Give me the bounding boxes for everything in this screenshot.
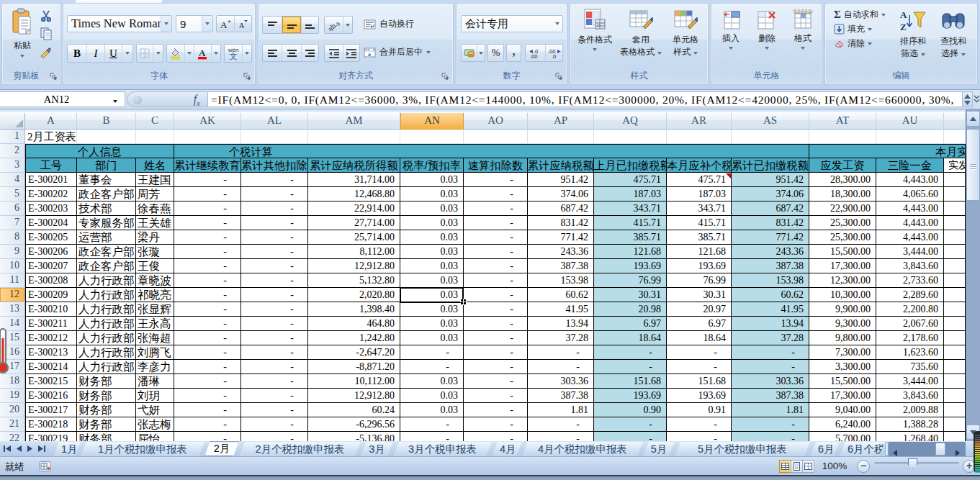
formula-input[interactable]: =IF(AM12<=0, 0, IF(AM12<=36000, 3%, IF(A… (208, 91, 962, 107)
cell-B19[interactable]: 财务部 (77, 389, 136, 403)
paste-button[interactable]: 粘贴 (6, 8, 38, 58)
cell-AP6[interactable]: 687.42 (528, 201, 594, 216)
cell-AK7[interactable]: - (174, 216, 241, 230)
band-tax-calc[interactable]: 个税计算 (174, 144, 809, 158)
cell-AK11[interactable]: - (174, 273, 241, 288)
cell-AN21[interactable]: - (400, 417, 464, 432)
cell-AP10[interactable]: 387.38 (528, 259, 594, 273)
sheet-tab-2月个税扣缴申报表[interactable]: 2月个税扣缴申报表 (239, 442, 361, 456)
cell-AU13[interactable]: 2,200.80 (876, 302, 944, 317)
cell-AL20[interactable]: - (241, 403, 308, 417)
cell-A8[interactable]: E-300205 (25, 230, 77, 245)
band-personal-info[interactable]: 个人信息 (25, 144, 174, 158)
cell-AP9[interactable]: 243.36 (528, 245, 594, 259)
cell-AM1[interactable] (308, 130, 400, 144)
cell-B12[interactable]: 人力行政部 (77, 288, 136, 302)
cell-AK9[interactable]: - (174, 245, 241, 259)
cell-AR6[interactable]: 343.71 (667, 201, 732, 216)
cell-A19[interactable]: E-300216 (25, 389, 77, 403)
cell-AT20[interactable]: 9,040.00 (809, 403, 876, 417)
header-cell-AP3[interactable]: 累计应纳税额 (528, 158, 594, 173)
header-cell-AT3[interactable]: 应发工资 (809, 158, 876, 173)
number-format-dropdown[interactable] (552, 16, 562, 32)
row-header-7[interactable]: 7 (0, 216, 25, 230)
number-dialog-launcher[interactable] (555, 73, 564, 81)
cell-AR16[interactable]: - (667, 345, 732, 360)
find-select-button[interactable]: 查找和 选择 (935, 8, 972, 60)
next-sheet-button[interactable] (24, 443, 35, 455)
cell-AU7[interactable]: 4,443.00 (876, 216, 944, 230)
cell-AR7[interactable]: 415.71 (667, 216, 732, 230)
clear-button[interactable]: 清除 (834, 37, 872, 50)
header-cell-AO3[interactable]: 速算扣除数 (464, 158, 528, 173)
cell-AU14[interactable]: 2,067.60 (876, 317, 944, 331)
cell-A22[interactable]: E-300219 (25, 432, 77, 441)
cell-AV20[interactable] (944, 403, 966, 417)
cell-AL1[interactable] (241, 130, 308, 144)
cell-A1-title[interactable]: 2月工资表 (25, 130, 169, 144)
cell-AK18[interactable]: - (174, 374, 241, 389)
cell-AP7[interactable]: 831.42 (528, 216, 594, 230)
row-header-5[interactable]: 5 (0, 187, 25, 201)
cell-A13[interactable]: E-300210 (25, 302, 77, 317)
horizontal-scrollbar[interactable] (889, 442, 966, 456)
cell-AN4[interactable]: 0.03 (400, 173, 464, 187)
cell-AQ8[interactable]: 385.71 (594, 230, 667, 245)
cell-AU16[interactable]: 1,623.60 (876, 345, 944, 360)
row-header-12[interactable]: 12 (0, 288, 25, 302)
cell-AP14[interactable]: 13.94 (528, 317, 594, 331)
orientation-button[interactable]: ab (325, 17, 343, 33)
cell-AU19[interactable]: 3,843.60 (876, 389, 944, 403)
cell-AR15[interactable]: 18.64 (667, 331, 732, 345)
cell-AR19[interactable]: 193.69 (667, 389, 732, 403)
header-cell-B3[interactable]: 部门 (77, 158, 136, 173)
cell-AK5[interactable]: - (174, 187, 241, 201)
column-header-AR[interactable]: AR (667, 112, 732, 130)
cell-AT15[interactable]: 9,800.00 (809, 331, 876, 345)
cell-AT18[interactable]: 15,500.00 (809, 374, 876, 389)
header-cell-AV3[interactable]: 实发 (944, 158, 966, 173)
column-header-AN[interactable]: AN (400, 112, 464, 130)
cell-AO17[interactable]: - (464, 360, 528, 374)
cell-AR10[interactable]: 193.69 (667, 259, 732, 273)
cell-AN13[interactable]: 0.03 (400, 302, 464, 317)
phonetic-guide-button[interactable]: wén 文 (225, 45, 242, 62)
comma-style-button[interactable]: , (507, 45, 521, 61)
cell-AQ21[interactable]: - (594, 417, 667, 432)
cell-A21[interactable]: E-300218 (25, 417, 77, 432)
conditional-formatting-button[interactable]: = 条件格式 (573, 8, 616, 51)
cell-AR14[interactable]: 6.97 (667, 317, 732, 331)
row-header-8[interactable]: 8 (0, 230, 25, 245)
cell-AU4[interactable]: 4,443.00 (876, 173, 944, 187)
cell-AU22[interactable]: 1,268.40 (876, 432, 944, 441)
merge-center-dropdown[interactable] (426, 51, 431, 54)
cell-AN16[interactable]: - (400, 345, 464, 360)
cell-C14[interactable]: 王永高 (136, 317, 174, 331)
cell-AV6[interactable] (944, 201, 966, 216)
cell-B20[interactable]: 财务部 (77, 403, 136, 417)
phonetic-dropdown[interactable] (242, 45, 251, 62)
name-box-dropdown[interactable] (113, 93, 125, 106)
cell-AO12[interactable]: - (464, 288, 528, 302)
cell-AQ4[interactable]: 475.71 (594, 173, 667, 187)
cell-AQ10[interactable]: 193.69 (594, 259, 667, 273)
cell-AL7[interactable]: - (241, 216, 308, 230)
cell-AM20[interactable]: 60.24 (308, 403, 400, 417)
spreadsheet-grid[interactable]: ABCAKALAMANAOAPAQARASATAU123456789101112… (0, 109, 966, 441)
cell-B22[interactable]: 财务部 (77, 432, 136, 441)
cell-AT9[interactable]: 15,500.00 (809, 245, 876, 259)
cell-AU1[interactable] (876, 130, 944, 144)
sort-filter-button[interactable]: A Z 排序和 筛选 (894, 8, 932, 60)
cell-AV10[interactable] (944, 259, 966, 273)
cell-AL10[interactable]: - (241, 259, 308, 273)
cell-AN22[interactable]: - (400, 432, 464, 441)
cell-AP13[interactable]: 41.95 (528, 302, 594, 317)
shrink-font-button[interactable]: A (234, 16, 251, 32)
insert-function-area[interactable]: fx (127, 91, 208, 107)
cell-AS17[interactable]: - (732, 360, 809, 374)
cell-AM8[interactable]: 25,714.00 (308, 230, 400, 245)
cell-AK1[interactable] (174, 130, 241, 144)
cell-AL12[interactable]: - (241, 288, 308, 302)
cell-AM14[interactable]: 464.80 (308, 317, 400, 331)
decrease-indent-button[interactable] (325, 45, 343, 61)
